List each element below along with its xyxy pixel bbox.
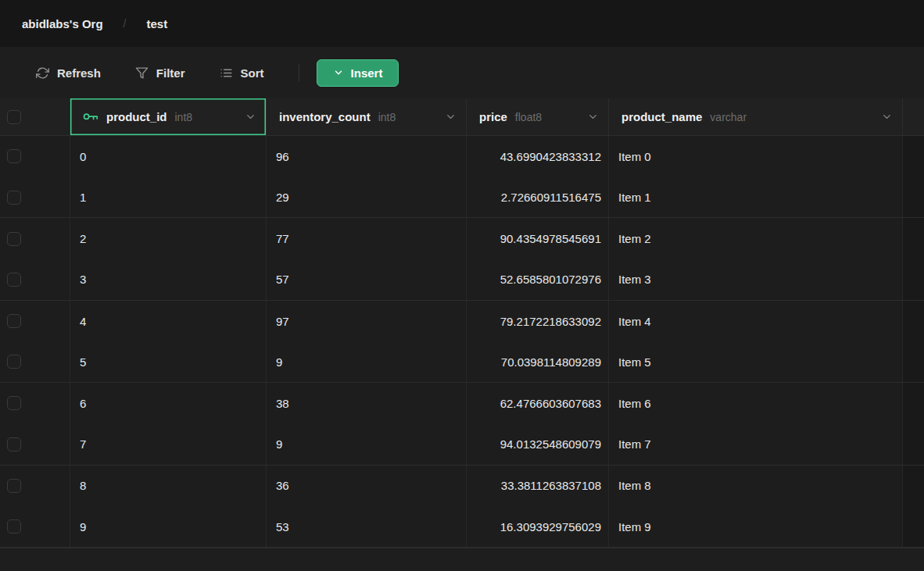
chevron-down-icon[interactable]	[587, 111, 602, 123]
row-checkbox[interactable]	[7, 355, 21, 369]
row-filler	[903, 259, 924, 300]
cell-product-name[interactable]: Item 3	[609, 259, 903, 300]
cell-product-id[interactable]: 3	[70, 259, 267, 300]
cell-price[interactable]: 43.6990423833312	[467, 136, 609, 177]
table-row: 6 38 62.4766603607683 Item 6	[0, 383, 924, 424]
toolbar: Refresh Filter Sort	[0, 47, 924, 98]
column-header-product-name[interactable]: product_name varchar	[609, 98, 903, 135]
chevron-down-icon[interactable]	[445, 111, 460, 123]
cell-product-id[interactable]: 9	[70, 506, 267, 547]
row-filler	[903, 341, 924, 382]
column-name: inventory_count	[279, 110, 371, 123]
cell-price[interactable]: 94.0132548609079	[467, 424, 609, 465]
cell-inventory-count[interactable]: 53	[267, 506, 467, 547]
cell-product-id[interactable]: 7	[70, 424, 267, 465]
row-checkbox[interactable]	[7, 396, 21, 410]
cell-product-id[interactable]: 2	[70, 218, 267, 259]
cell-inventory-count[interactable]: 57	[267, 259, 467, 300]
cell-inventory-count[interactable]: 96	[267, 136, 467, 177]
cell-inventory-count[interactable]: 97	[267, 301, 467, 342]
column-name: price	[479, 110, 507, 123]
filter-button[interactable]: Filter	[127, 60, 193, 86]
cell-product-name[interactable]: Item 6	[609, 383, 903, 424]
row-filler	[903, 383, 924, 424]
chevron-down-icon[interactable]	[881, 111, 896, 123]
cell-price[interactable]: 90.4354978545691	[467, 218, 609, 259]
grid-header-row: product_id int8 inventory_count int8 pri…	[0, 98, 924, 136]
sort-button[interactable]: Sort	[212, 60, 272, 86]
row-filler	[903, 506, 924, 547]
cell-inventory-count[interactable]: 38	[267, 383, 467, 424]
refresh-button[interactable]: Refresh	[28, 60, 109, 86]
cell-price[interactable]: 2.72660911516475	[467, 177, 609, 218]
row-checkbox[interactable]	[7, 479, 21, 493]
cell-product-name[interactable]: Item 4	[609, 301, 903, 342]
table-row: 9 53 16.3093929756029 Item 9	[0, 506, 924, 548]
status-bar	[0, 548, 924, 571]
grid-body: 0 96 43.6990423833312 Item 0 1 29 2.7266…	[0, 136, 924, 548]
row-select-cell	[0, 301, 70, 342]
cell-product-id[interactable]: 4	[70, 301, 267, 342]
cell-inventory-count[interactable]: 29	[267, 177, 467, 218]
insert-button[interactable]: Insert	[317, 59, 399, 87]
chevron-down-icon[interactable]	[245, 111, 260, 123]
row-checkbox[interactable]	[7, 519, 21, 534]
column-header-price[interactable]: price float8	[467, 98, 609, 135]
funnel-icon	[135, 66, 149, 80]
row-select-cell	[0, 136, 70, 177]
breadcrumb-org[interactable]: abidlabs's Org	[22, 17, 103, 30]
table-editor-app: abidlabs's Org / test Refresh Filter	[0, 0, 924, 571]
row-checkbox[interactable]	[7, 273, 21, 287]
cell-product-name[interactable]: Item 9	[609, 506, 903, 547]
row-filler	[903, 218, 924, 259]
filter-label: Filter	[156, 66, 185, 80]
header-filler	[903, 98, 924, 135]
row-checkbox[interactable]	[7, 314, 21, 328]
row-select-cell	[0, 177, 70, 218]
toolbar-divider	[299, 64, 299, 81]
table-row: 4 97 79.2172218633092 Item 4	[0, 301, 924, 342]
cell-price[interactable]: 33.3811263837108	[467, 466, 609, 507]
cell-product-name[interactable]: Item 8	[609, 466, 903, 507]
cell-product-id[interactable]: 0	[70, 136, 267, 177]
row-checkbox[interactable]	[7, 191, 21, 205]
cell-price[interactable]: 79.2172218633092	[467, 301, 609, 342]
cell-product-name[interactable]: Item 0	[609, 136, 903, 177]
cell-inventory-count[interactable]: 77	[267, 218, 467, 259]
key-icon	[83, 112, 98, 122]
column-header-product-id[interactable]: product_id int8	[70, 98, 267, 135]
row-checkbox[interactable]	[7, 232, 21, 246]
cell-product-id[interactable]: 1	[70, 177, 267, 218]
cell-product-id[interactable]: 5	[70, 341, 267, 382]
cell-price[interactable]: 62.4766603607683	[467, 383, 609, 424]
row-select-cell	[0, 466, 70, 507]
cell-inventory-count[interactable]: 9	[267, 341, 467, 382]
row-checkbox[interactable]	[7, 437, 21, 451]
select-all-cell	[0, 98, 70, 135]
row-select-cell	[0, 506, 70, 547]
data-grid: product_id int8 inventory_count int8 pri…	[0, 98, 924, 548]
top-bar: abidlabs's Org / test	[0, 0, 924, 47]
refresh-icon	[36, 66, 49, 80]
cell-inventory-count[interactable]: 9	[267, 424, 467, 465]
cell-product-name[interactable]: Item 1	[609, 177, 903, 218]
cell-product-id[interactable]: 8	[70, 466, 267, 507]
row-checkbox[interactable]	[7, 149, 21, 163]
cell-product-name[interactable]: Item 7	[609, 424, 903, 465]
column-header-inventory-count[interactable]: inventory_count int8	[267, 98, 467, 135]
select-all-checkbox[interactable]	[7, 110, 21, 124]
cell-product-name[interactable]: Item 5	[609, 341, 903, 382]
column-type: int8	[378, 111, 396, 123]
cell-product-name[interactable]: Item 2	[609, 218, 903, 259]
cell-price[interactable]: 70.0398114809289	[467, 341, 609, 382]
breadcrumb-project[interactable]: test	[146, 17, 167, 30]
cell-inventory-count[interactable]: 36	[267, 466, 467, 507]
refresh-label: Refresh	[57, 66, 101, 80]
table-row: 1 29 2.72660911516475 Item 1	[0, 177, 924, 219]
column-name: product_id	[106, 110, 167, 123]
table-row: 5 9 70.0398114809289 Item 5	[0, 341, 924, 383]
cell-price[interactable]: 16.3093929756029	[467, 506, 609, 547]
row-select-cell	[0, 218, 70, 259]
cell-price[interactable]: 52.6585801072976	[467, 259, 609, 300]
cell-product-id[interactable]: 6	[70, 383, 267, 424]
